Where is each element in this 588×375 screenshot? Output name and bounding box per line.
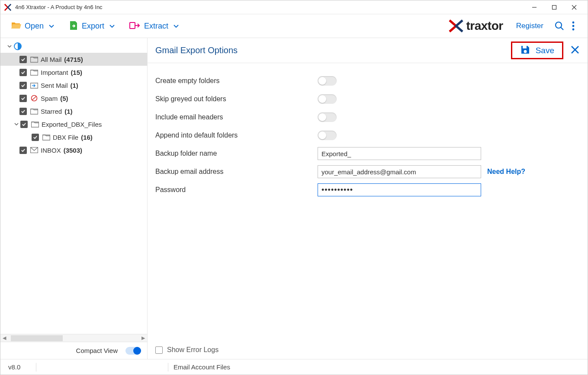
options-body: Create empty folders Skip greyed out fol…: [148, 63, 588, 341]
tree-item[interactable]: Spam(5): [0, 92, 147, 105]
option-label: Include email headers: [155, 113, 318, 121]
save-label: Save: [536, 46, 554, 55]
tree-item-count: (1): [64, 108, 72, 115]
tree-checkbox[interactable]: [19, 95, 27, 102]
password-row: Password ••••••••••: [155, 181, 580, 199]
svg-point-21: [524, 50, 527, 53]
show-error-logs-label: Show Error Logs: [167, 346, 218, 354]
option-create-empty-folders: Create empty folders: [155, 72, 580, 90]
scrollbar-thumb[interactable]: [11, 335, 63, 341]
backup-email-label: Backup email address: [155, 168, 318, 176]
save-icon: [520, 45, 530, 56]
tree-item[interactable]: Exported_DBX_Files: [0, 118, 147, 131]
extract-label: Extract: [144, 22, 168, 31]
app-icon: [4, 3, 12, 11]
option-toggle[interactable]: [318, 76, 337, 86]
svg-rect-4: [130, 22, 135, 29]
tree-item[interactable]: DBX File(16): [0, 131, 147, 144]
tree-item[interactable]: Important(15): [0, 66, 147, 79]
tree-item-count: (1): [71, 82, 78, 89]
svg-rect-1: [553, 5, 556, 9]
tree-item-name: Sent Mail: [41, 82, 68, 89]
extract-button[interactable]: Extract: [124, 18, 184, 34]
password-input[interactable]: ••••••••••: [318, 183, 481, 196]
compact-view-toggle[interactable]: [125, 347, 141, 355]
tree-item-name: All Mail: [41, 56, 61, 63]
tree-item[interactable]: Starred(1): [0, 105, 147, 118]
titlebar: 4n6 Xtraxtor - A Product by 4n6 Inc: [0, 0, 588, 14]
register-link[interactable]: Register: [516, 22, 543, 30]
password-label: Password: [155, 186, 318, 194]
tree-item-name: INBOX: [41, 147, 61, 154]
tree-item-name: Spam: [41, 95, 58, 102]
folder-open-icon: [11, 21, 21, 32]
minimize-button[interactable]: [524, 1, 544, 14]
sidebar-scrollbar[interactable]: ◀ ▶: [0, 334, 147, 342]
content-pane: Gmail Export Options Save Create empty f…: [148, 38, 588, 359]
tree-item-name: DBX File: [53, 134, 78, 141]
tree-item-count: (4715): [64, 56, 83, 63]
close-button[interactable]: [564, 1, 584, 14]
content-title: Gmail Export Options: [155, 45, 511, 55]
need-help-link[interactable]: Need Help?: [487, 168, 525, 176]
tree-item-name: Exported_DBX_Files: [42, 121, 102, 128]
open-label: Open: [25, 22, 44, 31]
open-button[interactable]: Open: [6, 18, 59, 34]
tree-item-count: (15): [71, 69, 82, 76]
caret-down-icon: [6, 44, 13, 48]
maximize-button[interactable]: [544, 1, 564, 14]
svg-point-9: [572, 29, 575, 31]
statusbar: v8.0 Email Account Files: [0, 359, 588, 375]
folder-icon: [30, 108, 38, 115]
scroll-left-icon[interactable]: ◀: [0, 334, 8, 342]
inbox-icon: [30, 147, 38, 153]
compact-view-row: Compact View: [0, 342, 147, 359]
logo-text: traxtor: [466, 19, 503, 33]
tree-checkbox[interactable]: [19, 82, 27, 89]
logo-x-icon: [449, 19, 463, 32]
svg-line-6: [561, 27, 563, 30]
option-include-headers: Include email headers: [155, 108, 580, 126]
show-error-logs-row: Show Error Logs: [148, 341, 588, 359]
caret-down-icon: [109, 22, 115, 29]
search-icon[interactable]: [555, 21, 564, 31]
window-title: 4n6 Xtraxtor - A Product by 4n6 Inc: [15, 4, 524, 10]
svg-rect-20: [523, 46, 527, 48]
show-error-logs-checkbox[interactable]: [155, 346, 163, 354]
tree-item-name: Important: [41, 69, 68, 76]
backup-folder-label: Backup folder name: [155, 150, 318, 157]
backup-folder-input[interactable]: [318, 147, 481, 160]
window-controls: [524, 1, 584, 14]
folder-icon: [31, 121, 39, 128]
tree-checkbox[interactable]: [19, 56, 27, 63]
tree-checkbox[interactable]: [20, 121, 28, 128]
export-button[interactable]: Export: [64, 18, 120, 35]
save-button[interactable]: Save: [511, 42, 563, 59]
content-header: Gmail Export Options Save: [148, 38, 588, 63]
sent-icon: [30, 82, 38, 89]
option-label: Skip greyed out folders: [155, 95, 318, 103]
more-vertical-icon[interactable]: [572, 21, 575, 31]
tree-item[interactable]: INBOX(3503): [0, 144, 147, 157]
tree-checkbox[interactable]: [32, 134, 39, 141]
tree-checkbox[interactable]: [19, 69, 27, 76]
caret-down-icon: [13, 122, 19, 126]
tree-item[interactable]: Sent Mail(1): [0, 79, 147, 92]
scroll-right-icon[interactable]: ▶: [139, 334, 147, 342]
folder-icon: [30, 56, 38, 63]
option-toggle[interactable]: [318, 112, 337, 122]
tree-root[interactable]: [0, 40, 147, 53]
backup-email-input[interactable]: [318, 165, 481, 178]
option-label: Append into default folders: [155, 131, 318, 139]
tree-checkbox[interactable]: [19, 108, 27, 115]
account-icon: [13, 42, 22, 51]
tree-checkbox[interactable]: [19, 147, 27, 154]
tree-item[interactable]: All Mail(4715): [0, 53, 147, 66]
close-pane-icon[interactable]: [570, 45, 580, 56]
compact-view-label: Compact View: [76, 347, 118, 354]
option-toggle[interactable]: [318, 94, 337, 104]
svg-point-7: [572, 22, 575, 24]
option-toggle[interactable]: [318, 131, 337, 140]
tree-item-count: (3503): [64, 147, 82, 154]
extract-icon: [129, 21, 141, 32]
